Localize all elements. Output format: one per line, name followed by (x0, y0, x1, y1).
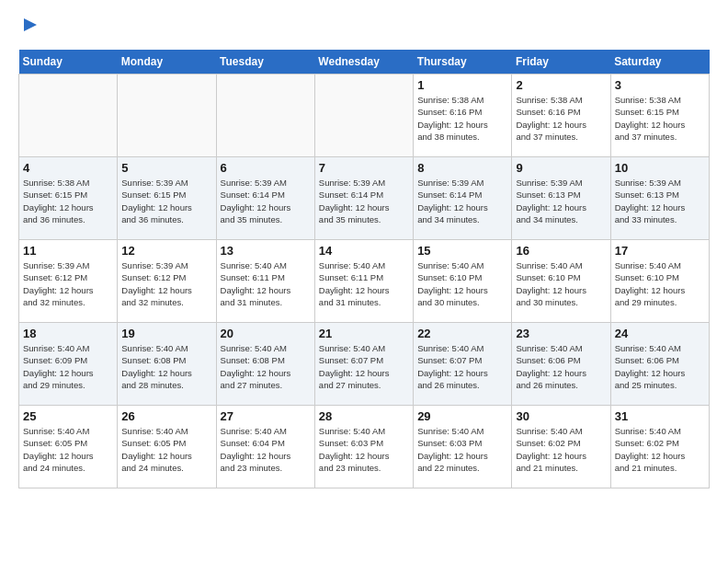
day-number: 12 (121, 244, 211, 258)
calendar-cell (118, 75, 216, 157)
calendar-cell: 7Sunrise: 5:39 AMSunset: 6:14 PMDaylight… (314, 157, 413, 240)
logo-arrow-icon (20, 15, 40, 35)
calendar-cell: 26Sunrise: 5:40 AMSunset: 6:05 PMDayligh… (118, 406, 216, 488)
day-info: Sunrise: 5:40 AMSunset: 6:10 PMDaylight:… (417, 259, 507, 308)
day-number: 18 (23, 327, 113, 340)
day-number: 19 (121, 327, 211, 340)
day-info: Sunrise: 5:39 AMSunset: 6:13 PMDaylight:… (516, 177, 606, 225)
day-info: Sunrise: 5:40 AMSunset: 6:03 PMDaylight:… (417, 425, 507, 474)
day-info: Sunrise: 5:40 AMSunset: 6:07 PMDaylight:… (319, 342, 409, 391)
calendar-cell: 10Sunrise: 5:39 AMSunset: 6:13 PMDayligh… (610, 157, 709, 240)
day-info: Sunrise: 5:40 AMSunset: 6:03 PMDaylight:… (319, 425, 409, 474)
day-number: 9 (516, 161, 606, 175)
day-info: Sunrise: 5:40 AMSunset: 6:10 PMDaylight:… (516, 259, 606, 308)
day-info: Sunrise: 5:38 AMSunset: 6:15 PMDaylight:… (615, 94, 705, 143)
day-info: Sunrise: 5:39 AMSunset: 6:15 PMDaylight:… (121, 177, 211, 225)
day-number: 8 (417, 161, 507, 175)
day-number: 20 (221, 327, 311, 340)
calendar-cell: 31Sunrise: 5:40 AMSunset: 6:02 PMDayligh… (610, 406, 709, 488)
day-number: 26 (121, 409, 211, 423)
day-number: 4 (23, 161, 113, 175)
day-number: 28 (319, 409, 409, 423)
calendar-cell (314, 75, 413, 157)
day-number: 11 (23, 244, 113, 258)
calendar-cell: 22Sunrise: 5:40 AMSunset: 6:07 PMDayligh… (414, 323, 512, 406)
calendar-cell: 16Sunrise: 5:40 AMSunset: 6:10 PMDayligh… (512, 240, 610, 323)
day-number: 16 (516, 244, 606, 258)
day-header-wednesday: Wednesday (314, 50, 413, 75)
day-header-sunday: Sunday (19, 50, 118, 75)
day-info: Sunrise: 5:39 AMSunset: 6:14 PMDaylight:… (221, 177, 311, 225)
calendar-cell: 5Sunrise: 5:39 AMSunset: 6:15 PMDaylight… (118, 157, 216, 240)
calendar-cell: 29Sunrise: 5:40 AMSunset: 6:03 PMDayligh… (414, 406, 512, 488)
day-number: 21 (319, 327, 409, 340)
day-number: 5 (121, 161, 211, 175)
calendar-cell: 2Sunrise: 5:38 AMSunset: 6:16 PMDaylight… (512, 75, 610, 157)
day-header-friday: Friday (512, 50, 610, 75)
day-number: 27 (221, 409, 311, 423)
day-number: 24 (615, 327, 705, 340)
calendar-cell: 19Sunrise: 5:40 AMSunset: 6:08 PMDayligh… (118, 323, 216, 406)
calendar-cell: 4Sunrise: 5:38 AMSunset: 6:15 PMDaylight… (19, 157, 118, 240)
day-number: 7 (319, 161, 409, 175)
day-number: 2 (516, 78, 606, 92)
day-info: Sunrise: 5:40 AMSunset: 6:02 PMDaylight:… (615, 425, 705, 474)
day-info: Sunrise: 5:38 AMSunset: 6:16 PMDaylight:… (516, 94, 606, 143)
header (18, 18, 710, 40)
calendar-cell (19, 75, 118, 157)
day-info: Sunrise: 5:40 AMSunset: 6:02 PMDaylight:… (516, 425, 606, 474)
day-header-saturday: Saturday (610, 50, 709, 75)
day-info: Sunrise: 5:40 AMSunset: 6:07 PMDaylight:… (417, 342, 507, 391)
calendar-cell: 3Sunrise: 5:38 AMSunset: 6:15 PMDaylight… (610, 75, 709, 157)
calendar-cell: 25Sunrise: 5:40 AMSunset: 6:05 PMDayligh… (19, 406, 118, 488)
calendar-cell: 27Sunrise: 5:40 AMSunset: 6:04 PMDayligh… (216, 406, 314, 488)
calendar-cell: 21Sunrise: 5:40 AMSunset: 6:07 PMDayligh… (314, 323, 413, 406)
day-info: Sunrise: 5:40 AMSunset: 6:04 PMDaylight:… (221, 425, 311, 474)
day-info: Sunrise: 5:39 AMSunset: 6:12 PMDaylight:… (121, 259, 211, 308)
day-number: 10 (615, 161, 705, 175)
day-number: 17 (615, 244, 705, 258)
calendar-cell: 13Sunrise: 5:40 AMSunset: 6:11 PMDayligh… (216, 240, 314, 323)
header-row: SundayMondayTuesdayWednesdayThursdayFrid… (19, 50, 710, 75)
calendar-cell: 12Sunrise: 5:39 AMSunset: 6:12 PMDayligh… (118, 240, 216, 323)
day-info: Sunrise: 5:40 AMSunset: 6:10 PMDaylight:… (615, 259, 705, 308)
day-header-monday: Monday (118, 50, 216, 75)
week-row: 25Sunrise: 5:40 AMSunset: 6:05 PMDayligh… (19, 406, 710, 488)
day-info: Sunrise: 5:40 AMSunset: 6:05 PMDaylight:… (121, 425, 211, 474)
day-number: 31 (615, 409, 705, 423)
day-number: 25 (23, 409, 113, 423)
day-header-thursday: Thursday (414, 50, 512, 75)
calendar-cell: 23Sunrise: 5:40 AMSunset: 6:06 PMDayligh… (512, 323, 610, 406)
calendar-table: SundayMondayTuesdayWednesdayThursdayFrid… (18, 50, 710, 488)
day-number: 14 (319, 244, 409, 258)
day-info: Sunrise: 5:38 AMSunset: 6:16 PMDaylight:… (417, 94, 507, 143)
day-number: 1 (417, 78, 507, 92)
week-row: 11Sunrise: 5:39 AMSunset: 6:12 PMDayligh… (19, 240, 710, 323)
day-info: Sunrise: 5:39 AMSunset: 6:14 PMDaylight:… (319, 177, 409, 225)
calendar-cell: 20Sunrise: 5:40 AMSunset: 6:08 PMDayligh… (216, 323, 314, 406)
day-info: Sunrise: 5:40 AMSunset: 6:08 PMDaylight:… (121, 342, 211, 391)
calendar-cell: 18Sunrise: 5:40 AMSunset: 6:09 PMDayligh… (19, 323, 118, 406)
logo (18, 18, 40, 40)
day-info: Sunrise: 5:39 AMSunset: 6:13 PMDaylight:… (615, 177, 705, 225)
week-row: 4Sunrise: 5:38 AMSunset: 6:15 PMDaylight… (19, 157, 710, 240)
day-info: Sunrise: 5:40 AMSunset: 6:09 PMDaylight:… (23, 342, 113, 391)
day-info: Sunrise: 5:38 AMSunset: 6:15 PMDaylight:… (23, 177, 113, 225)
day-info: Sunrise: 5:40 AMSunset: 6:11 PMDaylight:… (319, 259, 409, 308)
week-row: 1Sunrise: 5:38 AMSunset: 6:16 PMDaylight… (19, 75, 710, 157)
calendar-cell: 1Sunrise: 5:38 AMSunset: 6:16 PMDaylight… (414, 75, 512, 157)
day-info: Sunrise: 5:40 AMSunset: 6:06 PMDaylight:… (516, 342, 606, 391)
calendar-cell: 14Sunrise: 5:40 AMSunset: 6:11 PMDayligh… (314, 240, 413, 323)
svg-marker-0 (24, 18, 37, 31)
calendar-cell: 11Sunrise: 5:39 AMSunset: 6:12 PMDayligh… (19, 240, 118, 323)
day-info: Sunrise: 5:40 AMSunset: 6:05 PMDaylight:… (23, 425, 113, 474)
day-info: Sunrise: 5:40 AMSunset: 6:08 PMDaylight:… (221, 342, 311, 391)
day-number: 6 (221, 161, 311, 175)
week-row: 18Sunrise: 5:40 AMSunset: 6:09 PMDayligh… (19, 323, 710, 406)
calendar-cell: 15Sunrise: 5:40 AMSunset: 6:10 PMDayligh… (414, 240, 512, 323)
day-number: 30 (516, 409, 606, 423)
day-number: 15 (417, 244, 507, 258)
calendar-cell: 8Sunrise: 5:39 AMSunset: 6:14 PMDaylight… (414, 157, 512, 240)
day-number: 23 (516, 327, 606, 340)
calendar-cell: 30Sunrise: 5:40 AMSunset: 6:02 PMDayligh… (512, 406, 610, 488)
